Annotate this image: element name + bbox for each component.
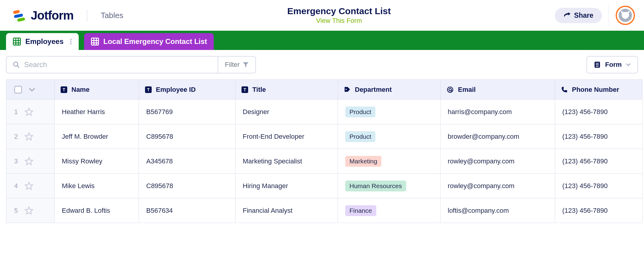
svg-point-29 bbox=[346, 89, 347, 90]
table-row[interactable]: 4 Mike Lewis C895678 Hiring Manager Huma… bbox=[6, 174, 642, 198]
header-department[interactable]: Department bbox=[338, 80, 440, 100]
filter-button[interactable]: Filter bbox=[218, 57, 255, 73]
svg-rect-20 bbox=[596, 63, 599, 64]
svg-rect-4 bbox=[13, 38, 20, 45]
star-icon[interactable] bbox=[24, 132, 33, 141]
cell-name[interactable]: Mike Lewis bbox=[55, 174, 139, 198]
row-number: 3 bbox=[14, 157, 18, 165]
tag-icon bbox=[344, 86, 351, 93]
cell-employee-id[interactable]: C895678 bbox=[139, 124, 235, 149]
table-row[interactable]: 5 Edward B. Loftis B567634 Financial Ana… bbox=[6, 198, 642, 223]
cell-title[interactable]: Marketing Specialist bbox=[235, 149, 338, 174]
header-separator bbox=[608, 5, 609, 26]
cell-employee-id[interactable]: B567769 bbox=[139, 100, 235, 124]
cell-phone[interactable]: (123) 456-7890 bbox=[555, 149, 642, 174]
svg-point-10 bbox=[70, 41, 71, 42]
cell-department[interactable]: Product bbox=[338, 124, 440, 149]
cell-email[interactable]: harris@company.com bbox=[440, 100, 555, 124]
cell-title[interactable]: Designer bbox=[235, 100, 338, 124]
cell-email[interactable]: browder@company.com bbox=[440, 124, 555, 149]
cell-phone[interactable]: (123) 456-7890 bbox=[555, 174, 642, 198]
cell-department[interactable]: Marketing bbox=[338, 149, 440, 174]
cell-employee-id[interactable]: B567634 bbox=[139, 198, 235, 223]
row-index-cell: 1 bbox=[6, 100, 55, 124]
chevron-down-icon[interactable] bbox=[29, 88, 35, 92]
header-actions: Share bbox=[555, 5, 635, 26]
row-index-cell: 3 bbox=[6, 149, 55, 174]
star-icon[interactable] bbox=[24, 107, 33, 116]
header-title[interactable]: T Title bbox=[235, 80, 338, 100]
header-phone[interactable]: Phone Number bbox=[555, 80, 642, 100]
svg-rect-2 bbox=[17, 17, 25, 22]
header-divider bbox=[87, 9, 87, 21]
cell-phone[interactable]: (123) 456-7890 bbox=[555, 124, 642, 149]
cell-name[interactable]: Jeff M. Browder bbox=[55, 124, 139, 149]
avatar[interactable] bbox=[616, 6, 635, 25]
form-label: Form bbox=[605, 61, 622, 69]
tab-label: Employees bbox=[25, 37, 64, 46]
cell-title[interactable]: Hiring Manager bbox=[235, 174, 338, 198]
svg-point-9 bbox=[70, 39, 71, 40]
select-all-checkbox[interactable] bbox=[14, 86, 22, 94]
star-icon[interactable] bbox=[24, 206, 33, 215]
chevron-down-icon bbox=[626, 63, 631, 66]
filter-label: Filter bbox=[225, 61, 240, 69]
title-area: Emergency Contact List View This Form bbox=[123, 6, 555, 25]
table-row[interactable]: 1 Heather Harris B567769 Designer Produc… bbox=[6, 100, 642, 124]
tab-employees[interactable]: Employees bbox=[6, 33, 79, 50]
tab-more-icon[interactable] bbox=[70, 38, 72, 45]
table-header-row: T Name T Employee ID T Title Department … bbox=[6, 80, 642, 100]
star-icon[interactable] bbox=[24, 157, 33, 166]
cell-name[interactable]: Missy Rowley bbox=[55, 149, 139, 174]
svg-line-18 bbox=[17, 66, 19, 67]
tabs-bar: Employees Local Emergency Contact List bbox=[0, 31, 644, 50]
cell-department[interactable]: Finance bbox=[338, 198, 440, 223]
brand-name: Jotform bbox=[31, 9, 74, 22]
cell-name[interactable]: Heather Harris bbox=[55, 100, 139, 124]
cell-department[interactable]: Product bbox=[338, 100, 440, 124]
table-row[interactable]: 2 Jeff M. Browder C895678 Front-End Deve… bbox=[6, 124, 642, 149]
share-icon bbox=[563, 12, 570, 19]
svg-point-11 bbox=[70, 43, 71, 45]
svg-rect-21 bbox=[596, 64, 599, 65]
cell-email[interactable]: rowley@company.com bbox=[440, 149, 555, 174]
cell-phone[interactable]: (123) 456-7890 bbox=[555, 100, 642, 124]
header-name[interactable]: T Name bbox=[55, 80, 139, 100]
svg-rect-1 bbox=[14, 14, 23, 18]
cell-phone[interactable]: (123) 456-7890 bbox=[555, 198, 642, 223]
text-type-icon: T bbox=[61, 86, 67, 93]
cell-email[interactable]: rowley@company.com bbox=[440, 174, 555, 198]
form-view-button[interactable]: Form bbox=[586, 56, 638, 73]
tab-local-emergency[interactable]: Local Emergency Contact List bbox=[84, 33, 214, 50]
svg-text:T: T bbox=[63, 87, 65, 92]
row-number: 2 bbox=[14, 133, 18, 141]
header-index bbox=[6, 80, 55, 100]
cell-email[interactable]: loftis@company.com bbox=[440, 198, 555, 223]
at-sign-icon bbox=[447, 86, 454, 93]
toolbar: Filter Form bbox=[0, 50, 644, 79]
view-form-link[interactable]: View This Form bbox=[316, 17, 362, 25]
phone-icon bbox=[561, 86, 568, 93]
jotform-logo[interactable]: Jotform bbox=[12, 8, 74, 23]
search-icon bbox=[13, 61, 20, 68]
search-input[interactable] bbox=[24, 60, 212, 69]
search-box[interactable] bbox=[7, 57, 218, 73]
svg-rect-22 bbox=[596, 66, 599, 67]
share-button[interactable]: Share bbox=[555, 8, 602, 23]
header-email[interactable]: Email bbox=[440, 80, 555, 100]
cell-title[interactable]: Front-End Developer bbox=[235, 124, 338, 149]
tab-label: Local Emergency Contact List bbox=[103, 37, 207, 46]
star-icon[interactable] bbox=[24, 181, 33, 190]
row-index-cell: 2 bbox=[6, 124, 55, 149]
section-label[interactable]: Tables bbox=[101, 11, 123, 20]
cell-department[interactable]: Human Resources bbox=[338, 174, 440, 198]
header-employee-id[interactable]: T Employee ID bbox=[139, 80, 235, 100]
row-number: 1 bbox=[14, 108, 18, 116]
cell-name[interactable]: Edward B. Loftis bbox=[55, 198, 139, 223]
cell-title[interactable]: Financial Analyst bbox=[235, 198, 338, 223]
table-icon bbox=[13, 37, 21, 46]
cell-employee-id[interactable]: C895678 bbox=[139, 174, 235, 198]
filter-icon bbox=[243, 62, 249, 67]
cell-employee-id[interactable]: A345678 bbox=[139, 149, 235, 174]
table-row[interactable]: 3 Missy Rowley A345678 Marketing Special… bbox=[6, 149, 642, 174]
